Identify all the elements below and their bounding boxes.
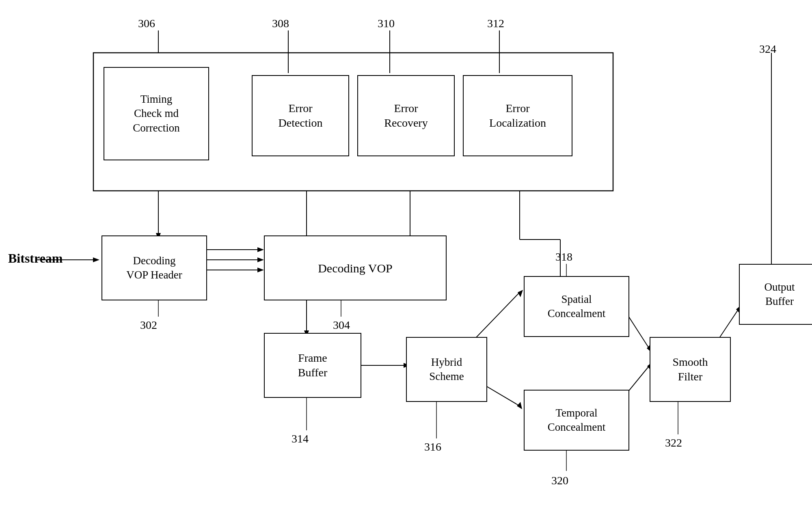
frame-buffer-box: FrameBuffer [264, 333, 361, 398]
smooth-filter-box: SmoothFilter [650, 337, 731, 402]
error-detection-box: ErrorDetection [252, 75, 349, 156]
ref-302: 302 [140, 319, 157, 332]
ref-312: 312 [487, 17, 504, 30]
error-localization-box: ErrorLocalization [463, 75, 572, 156]
svg-marker-30 [517, 402, 522, 409]
ref-304: 304 [333, 319, 350, 332]
svg-marker-22 [257, 268, 264, 272]
ref-310: 310 [378, 17, 395, 30]
spatial-concealment-box: SpatialConcealment [524, 276, 629, 337]
decoding-vop-header-box: DecodingVOP Header [102, 235, 207, 300]
bitstream-label: Bitstream [8, 251, 63, 266]
ref-324: 324 [759, 43, 776, 56]
decoding-vop-box: Decoding VOP [264, 235, 447, 300]
hybrid-scheme-box: HybridScheme [406, 337, 487, 402]
ref-316: 316 [424, 440, 441, 453]
svg-marker-20 [257, 257, 264, 262]
ref-318: 318 [555, 250, 572, 263]
ref-308: 308 [272, 17, 289, 30]
temporal-concealment-box: TemporalConcealment [524, 390, 629, 451]
ref-322: 322 [665, 436, 682, 449]
diagram: 306 308 310 312 324 TimingCheck mdCorrec… [0, 0, 812, 531]
timing-check-box: TimingCheck mdCorrection [104, 67, 209, 160]
ref-314: 314 [292, 432, 309, 445]
output-buffer-box: OutputBuffer [739, 264, 812, 325]
svg-marker-28 [518, 290, 523, 297]
svg-marker-18 [257, 247, 264, 252]
svg-marker-16 [93, 257, 99, 262]
error-recovery-box: ErrorRecovery [357, 75, 455, 156]
ref-306: 306 [138, 17, 155, 30]
ref-320: 320 [551, 474, 568, 487]
